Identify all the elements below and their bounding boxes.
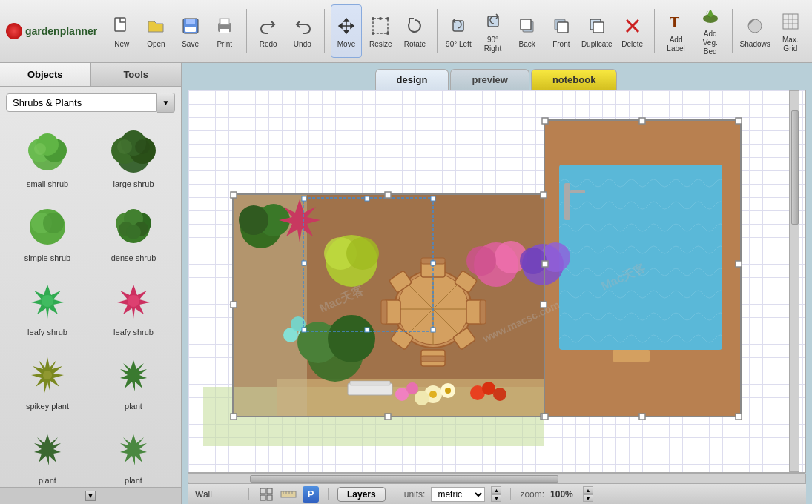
horizontal-scrollbar-thumb[interactable] — [250, 475, 558, 483]
svg-rect-20 — [593, 22, 604, 33]
plant-1-label: plant — [125, 402, 142, 411]
max-grid-button[interactable]: Max. Grid — [775, 4, 806, 58]
front-icon — [549, 14, 573, 38]
back-icon — [515, 14, 539, 38]
simple-shrub-image — [22, 200, 73, 252]
zoom-down-arrow[interactable]: ▼ — [583, 494, 593, 502]
object-plant-1[interactable]: plant — [92, 344, 175, 415]
svg-rect-77 — [421, 356, 445, 362]
svg-rect-140 — [542, 414, 548, 420]
rotate-label: Rotate — [404, 40, 426, 49]
svg-point-8 — [372, 17, 374, 20]
units-arrows[interactable]: ▲ ▼ — [491, 486, 501, 502]
delete-label: Delete — [621, 40, 643, 49]
p-icon[interactable]: P — [303, 486, 319, 503]
move-button[interactable]: Move — [331, 4, 363, 58]
add-label-button[interactable]: T Add Label — [661, 4, 692, 58]
object-leafy-shrub-2[interactable]: leafy shrub — [92, 270, 175, 341]
zoom-label: zoom: — [520, 489, 544, 500]
rotate-left-button[interactable]: 90° Left — [443, 4, 474, 58]
object-leafy-shrub-1[interactable]: leafy shrub — [6, 270, 89, 341]
status-bar: Wall P Layers units: metric imperial ▲ ▼… — [188, 483, 806, 504]
status-text: Wall — [195, 489, 240, 500]
objects-tab[interactable]: Objects — [0, 63, 91, 86]
zoom-arrows[interactable]: ▲ ▼ — [583, 486, 593, 502]
back-button[interactable]: Back — [512, 4, 543, 58]
save-label: Save — [182, 40, 199, 49]
units-down-arrow[interactable]: ▼ — [491, 494, 501, 502]
redo-button[interactable]: Redo — [253, 4, 284, 58]
open-button[interactable]: Open — [140, 4, 171, 58]
svg-rect-61 — [613, 350, 650, 362]
units-up-arrow[interactable]: ▲ — [491, 486, 501, 494]
leafy-shrub-1-label: leafy shrub — [27, 328, 67, 336]
svg-rect-124 — [431, 328, 435, 332]
grid-icon[interactable] — [258, 486, 274, 503]
svg-rect-81 — [480, 300, 486, 324]
notebook-tab[interactable]: notebook — [531, 69, 618, 90]
tools-tab[interactable]: Tools — [91, 63, 182, 86]
shadows-label: Shadows — [740, 40, 770, 49]
vertical-scrollbar-thumb[interactable] — [791, 110, 799, 225]
dense-shrub-image — [108, 200, 159, 252]
panel-tabs: Objects Tools — [0, 63, 181, 87]
front-button[interactable]: Front — [546, 4, 577, 58]
canvas-viewport[interactable]: Mac天客 www.macsc.com Mac天客 — [188, 90, 806, 473]
rotate-button[interactable]: Rotate — [399, 4, 430, 58]
design-tab[interactable]: design — [375, 69, 449, 90]
preview-tab[interactable]: preview — [450, 69, 529, 90]
svg-point-109 — [429, 391, 437, 398]
category-selector[interactable]: Shrubs & Plants Trees Flowers Vegetables… — [6, 93, 175, 113]
svg-rect-120 — [302, 261, 306, 265]
units-select[interactable]: metric imperial — [431, 487, 485, 502]
object-spikey-plant[interactable]: spikey plant — [6, 344, 89, 415]
plant-3-label: plant — [125, 476, 142, 485]
save-button[interactable]: Save — [175, 4, 206, 58]
duplicate-button[interactable]: Duplicate — [580, 4, 614, 58]
svg-rect-18 — [558, 22, 568, 33]
svg-rect-147 — [267, 488, 272, 494]
svg-point-35 — [34, 143, 46, 155]
vertical-scrollbar[interactable] — [789, 90, 799, 472]
svg-point-52 — [42, 295, 53, 307]
add-vegbed-button[interactable]: Add Veg. Bed — [695, 4, 726, 58]
large-shrub-image — [108, 126, 159, 178]
open-label: Open — [147, 40, 165, 49]
horizontal-scrollbar[interactable] — [188, 473, 806, 483]
shadows-button[interactable]: Shadows — [739, 4, 772, 58]
rotate-left-icon — [446, 14, 470, 38]
object-plant-2[interactable]: plant — [6, 418, 89, 487]
scroll-down-btn[interactable]: ▼ — [85, 491, 96, 501]
logo-text: gardenplanner — [25, 25, 97, 37]
undo-button[interactable]: Undo — [287, 4, 318, 58]
spikey-plant-label: spikey plant — [26, 402, 69, 411]
category-dropdown-arrow[interactable]: ▼ — [157, 93, 175, 113]
layers-button[interactable]: Layers — [337, 487, 386, 502]
undo-icon — [291, 14, 314, 38]
svg-text:T: T — [670, 14, 680, 30]
zoom-value: 100% — [550, 489, 577, 500]
object-dense-shrub[interactable]: dense shrub — [92, 196, 175, 267]
svg-rect-60 — [570, 190, 585, 193]
status-separator-3 — [395, 488, 395, 500]
ruler-icon[interactable] — [280, 486, 297, 503]
svg-rect-118 — [365, 196, 369, 201]
delete-button[interactable]: Delete — [617, 4, 648, 58]
rotate-right-button[interactable]: 90° Right — [477, 4, 508, 58]
zoom-up-arrow[interactable]: ▲ — [583, 486, 593, 494]
object-plant-3[interactable]: plant — [92, 418, 175, 487]
svg-rect-6 — [220, 29, 229, 33]
svg-point-41 — [135, 139, 150, 154]
new-button[interactable]: New — [106, 4, 137, 58]
svg-rect-123 — [365, 328, 369, 332]
svg-rect-129 — [541, 192, 547, 198]
redo-icon — [257, 14, 280, 38]
category-dropdown[interactable]: Shrubs & Plants Trees Flowers Vegetables — [6, 93, 157, 112]
small-shrub-label: small shrub — [27, 179, 68, 188]
object-large-shrub[interactable]: large shrub — [92, 122, 175, 193]
object-small-shrub[interactable]: small shrub — [6, 122, 89, 193]
resize-button[interactable]: Resize — [365, 4, 396, 58]
print-button[interactable]: Print — [209, 4, 240, 58]
svg-rect-132 — [231, 414, 237, 420]
object-simple-shrub[interactable]: simple shrub — [6, 196, 89, 267]
